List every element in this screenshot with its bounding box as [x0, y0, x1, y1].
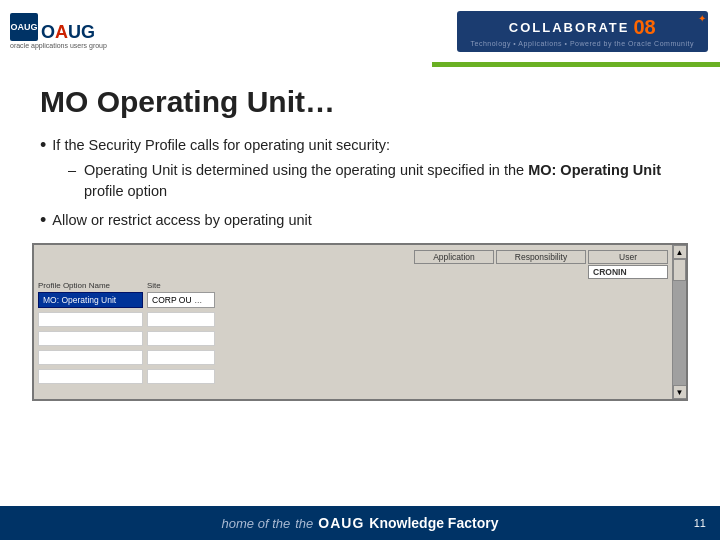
footer-knowledge: Knowledge Factory [369, 515, 498, 531]
footer-oaug-brand: OAUG [318, 515, 364, 531]
scroll-down-button[interactable]: ▼ [673, 385, 687, 399]
oaug-tagline: oracle applications users group [10, 42, 107, 49]
sub-bullet-text-1: Operating Unit is determined using the o… [84, 160, 680, 202]
scroll-up-button[interactable]: ▲ [673, 245, 687, 259]
col-header-user: User [588, 250, 668, 264]
db-panel: Application Responsibility User CRONIN P… [32, 243, 688, 401]
footer-page-number: 11 [694, 517, 706, 529]
oaug-logo: OAUG OAUG oracle applications users grou… [10, 13, 107, 49]
row-label-name: Profile Option Name [38, 281, 143, 290]
sub-dash-1: – [68, 160, 78, 181]
site-value: CORP OU [152, 295, 192, 305]
collaborate-logo: ✦ COLLABORATE08 Technology • Application… [457, 11, 709, 52]
bullet-text-1: If the Security Profile calls for operat… [52, 135, 390, 156]
bullet-dot-2: • [40, 211, 46, 229]
star-icon: ✦ [698, 13, 706, 24]
scroll-track [673, 259, 686, 385]
main-content: MO Operating Unit… • If the Security Pro… [0, 67, 720, 231]
bullet-dot-1: • [40, 136, 46, 154]
empty-row-2 [34, 330, 672, 347]
collaborate-year: 08 [633, 16, 655, 39]
footer-the-text: the [295, 516, 313, 531]
sub-bullet-item-1: – Operating Unit is determined using the… [68, 160, 680, 202]
col-header-responsibility: Responsibility [496, 250, 586, 264]
row-label-site: Site [147, 281, 215, 290]
scroll-thumb[interactable] [673, 259, 686, 281]
header: OAUG OAUG oracle applications users grou… [0, 0, 720, 62]
site-dots[interactable]: ... [195, 295, 203, 305]
bullet-item-2: • Allow or restrict access by operating … [40, 210, 680, 231]
bullet-list: • If the Security Profile calls for oper… [40, 135, 680, 231]
collaborate-word: COLLABORATE [509, 20, 630, 35]
selected-data-row[interactable]: MO: Operating Unit CORP OU ... [34, 291, 672, 309]
user-cell: CRONIN [588, 265, 668, 279]
cell-profile-name[interactable]: MO: Operating Unit [38, 292, 143, 308]
slide-title: MO Operating Unit… [40, 85, 680, 119]
empty-row-4 [34, 368, 672, 385]
footer-text-home: home of the [222, 516, 291, 531]
scrollbar[interactable]: ▲ ▼ [672, 245, 686, 399]
bullet-text-2: Allow or restrict access by operating un… [52, 210, 312, 231]
cell-site[interactable]: CORP OU ... [147, 292, 215, 308]
bullet-item-1: • If the Security Profile calls for oper… [40, 135, 680, 156]
footer: home of the the OAUG Knowledge Factory 1… [0, 506, 720, 540]
col-header-application: Application [414, 250, 494, 264]
collaborate-subtitle: Technology • Applications • Powered by t… [471, 40, 695, 47]
bold-label: MO: Operating Unit [528, 162, 661, 178]
empty-row-1 [34, 311, 672, 328]
empty-row-3 [34, 349, 672, 366]
